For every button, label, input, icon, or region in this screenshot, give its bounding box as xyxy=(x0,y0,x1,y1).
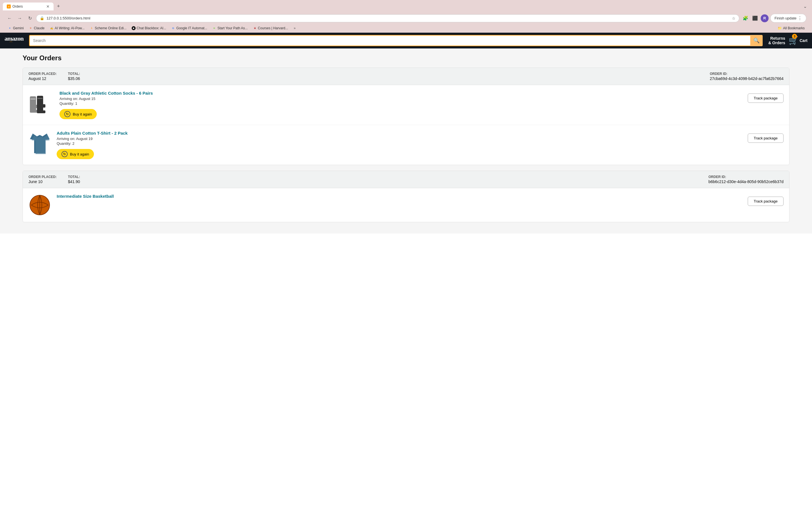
scheme-favicon: λ xyxy=(90,26,94,30)
cast-button[interactable]: ⬛ xyxy=(751,14,759,22)
amazon-logo-text: amazon xyxy=(4,35,23,42)
order-2-total: Total: $41.90 xyxy=(68,175,80,184)
bookmark-claude[interactable]: ✳ Claude xyxy=(27,25,47,31)
bookmark-start-path-label: Start Your Path As... xyxy=(217,26,248,30)
bookmark-ai-writing-label: AI Writing: AI-Pow... xyxy=(55,26,85,30)
order-item-tshirt: Adults Plain Cotton T-Shirt - 2 Pack Arr… xyxy=(23,125,789,165)
basketball-track-package-button[interactable]: Track package xyxy=(748,196,783,206)
cart-label: Cart xyxy=(800,38,808,43)
tshirt-product-info: Adults Plain Cotton T-Shirt - 2 Pack Arr… xyxy=(57,131,742,159)
amazon-logo[interactable]: amazon ⌒ xyxy=(4,35,23,46)
blackbox-favicon: ■ xyxy=(132,26,136,30)
socks-track-package-button[interactable]: Track package xyxy=(748,94,783,103)
tshirt-buy-again-button[interactable]: ↻ Buy it again xyxy=(57,149,94,159)
bookmarks-right: 📁 All Bookmarks xyxy=(776,25,806,31)
bookmark-blackbox[interactable]: ■ Chat Blackbox: AI... xyxy=(130,25,168,31)
tshirt-track-package-button[interactable]: Track package xyxy=(748,133,783,143)
order-1-placed: Order Placed: August 12 xyxy=(29,72,57,81)
bookmark-google-it-label: Google IT Automat... xyxy=(176,26,207,30)
bookmark-blackbox-label: Chat Blackbox: AI... xyxy=(137,26,166,30)
order-total-label-1: Total: xyxy=(68,72,80,76)
svg-rect-7 xyxy=(37,110,45,113)
tab-close-button[interactable]: ✕ xyxy=(46,4,50,9)
more-options-icon: ⋮ xyxy=(798,15,802,21)
order-2-placed: Order Placed: June 10 xyxy=(29,175,57,184)
socks-arriving: Arriving on: August 15 xyxy=(59,97,742,101)
active-tab[interactable]: a Orders ✕ xyxy=(3,3,54,10)
svg-rect-9 xyxy=(38,98,43,99)
all-bookmarks-label: All Bookmarks xyxy=(783,26,805,30)
bookmark-star-icon[interactable]: ☆ xyxy=(732,16,735,20)
bookmark-claude-label: Claude xyxy=(34,26,45,30)
amazon-header: amazon ⌒ 🔍 Returns & Orders 🛒 3 Cart xyxy=(0,33,812,48)
bookmark-scheme[interactable]: λ Scheme Online Edi... xyxy=(87,25,129,31)
order-placed-label-2: Order Placed: xyxy=(29,175,57,179)
bookmark-google-it[interactable]: G Google IT Automat... xyxy=(169,25,209,31)
returns-label: Returns xyxy=(768,36,785,41)
order-2-header: Order Placed: June 10 Total: $41.90 Orde… xyxy=(23,171,789,188)
bookmark-gemini[interactable]: ✦ Gemini xyxy=(6,25,26,31)
socks-product-info: Black and Gray Athletic Cotton Socks - 6… xyxy=(59,91,742,119)
basketball-product-name[interactable]: Intermediate Size Basketball xyxy=(57,194,742,199)
finish-update-label: Finish update xyxy=(774,16,797,20)
socks-quantity: Quantity: 1 xyxy=(59,101,742,106)
basketball-product-info: Intermediate Size Basketball xyxy=(57,194,742,200)
bookmark-ai-writing[interactable]: ✍ AI Writing: AI-Pow... xyxy=(47,25,87,31)
order-1-total: Total: $35.06 xyxy=(68,72,80,81)
socks-buy-again-button[interactable]: ↻ Buy it again xyxy=(59,109,97,119)
orders-label: & Orders xyxy=(768,41,785,45)
basketball-track-area: Track package xyxy=(748,194,783,206)
order-item-basketball: Intermediate Size Basketball Track packa… xyxy=(23,188,789,222)
profile-button[interactable]: R xyxy=(761,14,769,22)
forward-button[interactable]: → xyxy=(16,14,24,22)
socks-buy-again-label: Buy it again xyxy=(73,112,92,116)
tab-dropdown-button[interactable]: ⌄ xyxy=(801,3,809,10)
socks-product-image xyxy=(29,91,54,116)
order-placed-value-2: June 10 xyxy=(29,179,57,184)
reload-button[interactable]: ↻ xyxy=(26,14,34,22)
extensions-button[interactable]: 🧩 xyxy=(742,14,749,22)
returns-orders-button[interactable]: Returns & Orders xyxy=(768,36,785,45)
bookmark-start-path[interactable]: ≋ Start Your Path As... xyxy=(210,25,250,31)
bookmark-harvard[interactable]: ⚔ Courses | Harvard... xyxy=(251,25,290,31)
tab-bar: a Orders ✕ + ⌄ xyxy=(3,2,809,10)
harvard-favicon: ⚔ xyxy=(253,26,257,30)
tshirt-product-image xyxy=(29,131,51,156)
order-1-id: Order ID: 27cba69d-4c3d-4098-b42d-ac7fa6… xyxy=(710,72,783,81)
back-button[interactable]: ← xyxy=(6,14,13,22)
order-id-value-2: b6b6c212-d30e-4d4a-805d-90b52ce6b37d xyxy=(709,179,783,184)
bookmark-scheme-label: Scheme Online Edi... xyxy=(95,26,126,30)
all-bookmarks-button[interactable]: 📁 All Bookmarks xyxy=(776,25,806,31)
basketball-product-image xyxy=(29,194,51,216)
order-id-label-1: Order ID: xyxy=(710,72,783,76)
order-total-value-2: $41.90 xyxy=(68,179,80,184)
cart-button[interactable]: 🛒 3 Cart xyxy=(789,36,808,45)
claude-favicon: ✳ xyxy=(29,26,33,30)
url-input[interactable] xyxy=(47,16,730,20)
address-bar-actions: 🧩 ⬛ R Finish update ⋮ xyxy=(742,14,806,22)
start-path-favicon: ≋ xyxy=(212,26,216,30)
order-id-value-1: 27cba69d-4c3d-4098-b42d-ac7fa62b7664 xyxy=(710,76,783,81)
search-button[interactable]: 🔍 xyxy=(750,35,763,46)
search-input[interactable] xyxy=(29,35,750,46)
buy-again-icon: ↻ xyxy=(64,111,70,117)
order-total-value-1: $35.06 xyxy=(68,76,80,81)
bookmarks-bar: ✦ Gemini ✳ Claude ✍ AI Writing: AI-Pow..… xyxy=(3,24,809,33)
lock-icon: 🔒 xyxy=(40,16,44,20)
finish-update-button[interactable]: Finish update ⋮ xyxy=(770,14,806,22)
socks-track-area: Track package xyxy=(748,91,783,103)
order-1-header: Order Placed: August 12 Total: $35.06 Or… xyxy=(23,68,789,85)
page-title: Your Orders xyxy=(22,54,790,62)
svg-rect-8 xyxy=(31,99,36,100)
order-total-label-2: Total: xyxy=(68,175,80,179)
search-bar: 🔍 xyxy=(29,35,763,46)
order-id-label-2: Order ID: xyxy=(709,175,783,179)
amazon-logo-arrow: ⌒ xyxy=(9,41,13,46)
bookmarks-more-button[interactable]: » xyxy=(292,25,297,31)
new-tab-button[interactable]: + xyxy=(55,2,62,10)
gemini-favicon: ✦ xyxy=(8,26,12,30)
cart-count-badge: 3 xyxy=(792,34,797,39)
tshirt-arriving: Arriving on: August 19 xyxy=(57,136,742,141)
tshirt-product-name[interactable]: Adults Plain Cotton T-Shirt - 2 Pack xyxy=(57,131,742,135)
socks-product-name[interactable]: Black and Gray Athletic Cotton Socks - 6… xyxy=(59,91,742,96)
